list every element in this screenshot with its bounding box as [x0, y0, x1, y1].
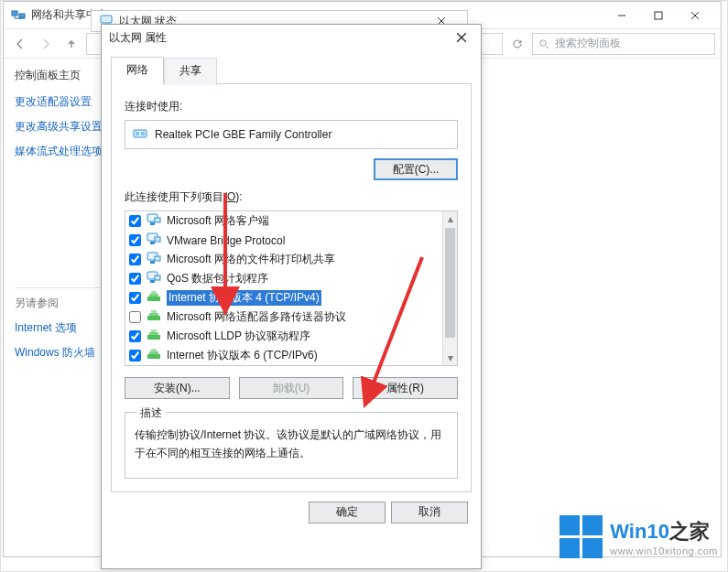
dialog-title: 以太网 属性 [109, 30, 450, 46]
list-item[interactable]: VMware Bridge Protocol [125, 231, 442, 250]
client-icon [147, 271, 161, 286]
svg-rect-17 [150, 242, 155, 244]
scroll-up-button[interactable]: ▴ [443, 211, 458, 226]
svg-rect-28 [147, 316, 160, 320]
svg-rect-30 [151, 310, 157, 313]
list-item[interactable]: Microsoft 网络的文件和打印机共享 [125, 250, 442, 269]
component-checkbox[interactable] [129, 292, 141, 304]
install-button[interactable]: 安装(N)... [125, 377, 230, 399]
svg-point-3 [540, 39, 546, 45]
description-text: 传输控制协议/Internet 协议。该协议是默认的广域网络协议，用于在不同的相… [135, 426, 448, 463]
svg-rect-12 [141, 132, 145, 135]
svg-rect-6 [101, 16, 112, 23]
configure-button[interactable]: 配置(C)... [374, 158, 458, 180]
protocol-icon [147, 290, 161, 306]
connect-using-label: 连接时使用: [125, 99, 458, 114]
scroll-thumb[interactable] [445, 228, 455, 338]
minimize-button[interactable] [603, 3, 640, 28]
tab-body: 连接时使用: Realtek PCIe GBE Family Controlle… [111, 83, 472, 492]
svg-rect-26 [149, 294, 158, 297]
svg-rect-25 [147, 297, 160, 301]
windows-logo-icon [560, 515, 603, 558]
svg-rect-29 [149, 313, 158, 316]
ethernet-properties-dialog: 以太网 属性 网络 共享 连接时使用: Realtek PCIe GBE Fam… [101, 24, 482, 569]
component-checkbox[interactable] [129, 330, 141, 342]
forward-nav-button[interactable] [35, 33, 57, 55]
nic-icon [133, 128, 147, 141]
protocol-icon [147, 329, 161, 344]
client-icon [147, 232, 161, 248]
list-item[interactable]: Internet 协议版本 6 (TCP/IPv6) [125, 346, 442, 365]
svg-rect-36 [151, 349, 157, 351]
svg-rect-24 [155, 275, 160, 280]
client-icon [147, 252, 161, 267]
component-checkbox[interactable] [129, 254, 141, 265]
uninstall-button: 卸载(U) [239, 377, 344, 399]
component-label: QoS 数据包计划程序 [167, 271, 268, 286]
svg-rect-27 [151, 291, 157, 294]
scrollbar[interactable]: ▴ ▾ [442, 211, 457, 365]
adapter-box: Realtek PCIe GBE Family Controller [125, 120, 458, 149]
component-label: Microsoft 网络客户端 [167, 213, 269, 229]
ok-button[interactable]: 确定 [309, 502, 386, 523]
adapter-name: Realtek PCIe GBE Family Controller [155, 128, 331, 141]
svg-rect-0 [12, 11, 17, 16]
description-legend: 描述 [136, 405, 166, 421]
svg-rect-15 [155, 218, 160, 222]
list-item[interactable]: Microsoft 网络适配器多路传送器协议 [125, 308, 442, 327]
network-center-icon [11, 8, 26, 23]
up-nav-button[interactable] [60, 33, 82, 55]
component-checkbox[interactable] [129, 273, 141, 285]
svg-rect-23 [150, 280, 155, 283]
component-checkbox[interactable] [129, 311, 141, 323]
component-checkbox[interactable] [129, 215, 141, 227]
component-label: VMware Bridge Protocol [167, 234, 285, 247]
svg-rect-14 [150, 222, 155, 225]
search-icon [538, 38, 549, 49]
search-placeholder: 搜索控制面板 [555, 36, 621, 51]
svg-rect-35 [149, 351, 158, 354]
scroll-down-button[interactable]: ▾ [443, 351, 458, 365]
svg-rect-11 [136, 132, 139, 135]
client-icon [147, 213, 161, 229]
tab-share[interactable]: 共享 [164, 58, 217, 85]
cancel-button[interactable]: 取消 [391, 502, 468, 523]
component-label: Microsoft LLDP 协议驱动程序 [167, 329, 310, 344]
svg-rect-21 [155, 256, 160, 261]
dialog-titlebar: 以太网 属性 [102, 25, 481, 50]
list-item[interactable]: QoS 数据包计划程序 [125, 269, 442, 288]
watermark: Win10之家 www.win10xitong.com [560, 515, 718, 558]
uses-items-label: 此连接使用下列项目(O): [125, 189, 458, 205]
refresh-button[interactable] [506, 33, 528, 55]
components-list: Microsoft 网络客户端VMware Bridge ProtocolMic… [125, 210, 458, 366]
protocol-icon [147, 309, 161, 325]
list-item[interactable]: Microsoft 网络客户端 [125, 211, 442, 231]
svg-rect-34 [147, 354, 160, 359]
maximize-button[interactable] [640, 3, 677, 28]
svg-rect-2 [655, 12, 662, 19]
component-label: Internet 协议版本 4 (TCP/IPv4) [167, 290, 321, 306]
svg-rect-31 [147, 335, 160, 340]
component-label: Internet 协议版本 6 (TCP/IPv6) [167, 348, 318, 363]
svg-rect-20 [150, 261, 155, 264]
close-button[interactable] [677, 3, 713, 28]
watermark-url: www.win10xitong.com [610, 545, 718, 556]
list-item[interactable]: Microsoft LLDP 协议驱动程序 [125, 327, 442, 346]
list-item[interactable]: Internet 协议版本 4 (TCP/IPv4) [125, 288, 442, 308]
component-label: Microsoft 网络适配器多路传送器协议 [167, 309, 346, 325]
tab-strip: 网络 共享 [102, 50, 481, 83]
close-button[interactable] [450, 27, 473, 48]
search-input[interactable]: 搜索控制面板 [532, 33, 715, 55]
svg-rect-33 [151, 329, 157, 332]
properties-button[interactable]: 属性(R) [353, 377, 458, 399]
tab-network[interactable]: 网络 [111, 57, 164, 84]
svg-rect-32 [149, 332, 158, 335]
back-nav-button[interactable] [9, 33, 31, 55]
component-checkbox[interactable] [129, 234, 141, 246]
description-box: 描述 传输控制协议/Internet 协议。该协议是默认的广域网络协议，用于在不… [125, 412, 458, 479]
component-label: Microsoft 网络的文件和打印机共享 [167, 252, 335, 267]
protocol-icon [147, 348, 161, 363]
svg-rect-18 [155, 237, 160, 242]
component-checkbox[interactable] [129, 350, 141, 362]
